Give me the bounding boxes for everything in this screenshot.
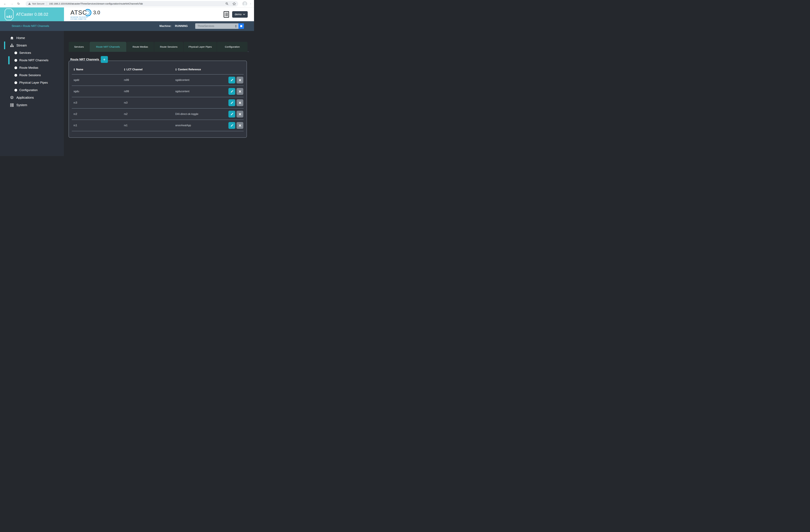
content-area: Services Route NRT Channels Route Medias…	[64, 31, 254, 156]
security-chip[interactable]: Not Secure	[28, 2, 44, 5]
table-row: sgdu rs99 sgducontent	[72, 86, 244, 97]
sidebar-item-configuration[interactable]: Configuration	[0, 86, 64, 94]
snt-logo: s&t	[4, 9, 14, 20]
svg-text:s&t: s&t	[6, 15, 12, 19]
list-icon	[224, 11, 229, 18]
zoom-icon[interactable]	[225, 2, 229, 5]
sidebar-item-route-sessions[interactable]: Route Sessions	[0, 71, 64, 79]
edit-button[interactable]	[228, 111, 235, 117]
delete-button[interactable]	[237, 122, 243, 129]
chevron-down-icon	[243, 14, 245, 15]
column-header-lct-channel[interactable]: LCT Channel	[124, 68, 175, 71]
atsc-word: ATSC	[70, 9, 87, 16]
delete-button[interactable]	[237, 77, 243, 83]
stop-machine-button[interactable]	[239, 23, 244, 29]
section-title: Route NRT Channels	[70, 58, 99, 61]
back-icon[interactable]: ←	[3, 2, 7, 6]
bookmark-star-icon[interactable]	[232, 2, 236, 5]
tab-label: Services	[74, 45, 84, 48]
atsc-caption-1: ADVANCED TELEVISION	[70, 16, 100, 18]
cell-lct-channel: rs99	[124, 79, 175, 81]
status-bar: Stream • Route NRT Channels Machine: RUN…	[0, 21, 254, 31]
log-list-button[interactable]	[223, 11, 229, 18]
sidebar-item-label: Services	[19, 51, 31, 54]
edit-button[interactable]	[228, 122, 235, 129]
x-icon	[239, 124, 241, 127]
cell-lct-channel: rs2	[124, 113, 175, 115]
machine-state: RUNNING	[175, 25, 188, 28]
tab-configuration[interactable]: Configuration	[217, 42, 247, 52]
bullet-icon	[14, 59, 17, 62]
sidebar-item-label: Physical Layer Pipes	[19, 81, 48, 84]
cube-icon	[10, 96, 14, 99]
home-icon	[10, 36, 14, 40]
user-menu-button[interactable]: demo	[232, 11, 248, 18]
atsc-logo: ATSC 3.0 ADVANCED TELEVISION SYSTEMS COM…	[70, 9, 100, 20]
delete-button[interactable]	[237, 111, 243, 117]
tab-services[interactable]: Services	[69, 42, 89, 52]
reload-icon[interactable]: ↻	[17, 2, 21, 6]
sitemap-icon	[10, 44, 14, 47]
tab-physical-layer-pipes[interactable]: Physical Layer Pipes	[183, 42, 217, 52]
tab-label: Route Medias	[132, 45, 148, 48]
cell-content-reference: sgducontent	[175, 90, 227, 93]
sidebar-item-home[interactable]: Home	[0, 34, 64, 42]
tab-route-nrt-channels[interactable]: Route NRT Channels	[90, 42, 126, 52]
table-header-row: Name LCT Channel Content Reference	[72, 65, 244, 75]
cell-content-reference: sgddcontent	[175, 79, 227, 81]
browser-menu-icon[interactable]	[250, 2, 251, 6]
edit-button[interactable]	[228, 99, 235, 106]
tab-route-medias[interactable]: Route Medias	[127, 42, 154, 52]
column-header-content-reference[interactable]: Content Reference	[175, 68, 227, 71]
route-nrt-channels-panel: Name LCT Channel Content Reference	[68, 61, 247, 138]
table-row: rc1 rs1 anonAeatApp	[72, 120, 244, 131]
table-row: rc3 rs3	[72, 97, 244, 109]
address-bar[interactable]: Not Secure 192.168.2.103:8160/atcaster/T…	[26, 1, 238, 6]
cell-name: rc3	[72, 101, 124, 104]
url-text: 192.168.2.103:8160/atcaster/ThreeService…	[49, 2, 223, 5]
omnibox-divider	[47, 2, 47, 5]
sidebar-item-services[interactable]: Services	[0, 49, 64, 57]
tab-label: Route NRT Channels	[96, 45, 120, 48]
sort-icon	[175, 68, 177, 71]
delete-button[interactable]	[237, 88, 243, 95]
sort-icon	[124, 68, 125, 71]
bullet-icon	[14, 81, 17, 84]
edit-button[interactable]	[228, 77, 235, 83]
stop-icon	[240, 25, 242, 27]
atsc-version: 3.0	[93, 10, 100, 16]
forward-icon[interactable]: →	[10, 2, 14, 6]
sidebar-item-route-medias[interactable]: Route Medias	[0, 64, 64, 71]
x-icon	[239, 90, 241, 93]
edit-button[interactable]	[228, 88, 235, 95]
pencil-icon	[230, 79, 233, 82]
delete-button[interactable]	[237, 99, 243, 106]
sidebar-item-system[interactable]: System	[0, 101, 64, 109]
sidebar-item-stream[interactable]: Stream	[0, 42, 64, 49]
sidebar-item-route-nrt-channels[interactable]: Route NRT Channels	[0, 57, 64, 64]
sidebar-item-physical-layer-pipes[interactable]: Physical Layer Pipes	[0, 79, 64, 86]
tabs-underline	[247, 42, 249, 52]
breadcrumb: Stream • Route NRT Channels	[12, 25, 49, 28]
add-channel-button[interactable]: +	[101, 56, 108, 63]
select-stepper-icon	[235, 25, 237, 28]
cell-content-reference: DAI-direct-ok-toggle	[175, 113, 227, 115]
sidebar-item-label: Route Sessions	[19, 74, 41, 77]
bullet-icon	[14, 66, 17, 69]
column-header-name[interactable]: Name	[72, 68, 124, 71]
atsc-swoosh-icon	[85, 9, 92, 17]
pencil-icon	[230, 90, 233, 93]
pencil-icon	[230, 124, 233, 127]
sidebar-item-label: Route Medias	[19, 66, 38, 69]
profile-avatar[interactable]	[242, 1, 247, 6]
cell-content-reference: anonAeatApp	[175, 124, 227, 127]
column-label: Name	[76, 68, 83, 71]
cell-name: rc1	[72, 124, 124, 127]
cell-name: sgdd	[72, 79, 124, 81]
tab-label: Route Sessions	[160, 45, 178, 48]
pencil-icon	[230, 101, 233, 104]
user-menu-label: demo	[235, 13, 242, 16]
sidebar-item-applications[interactable]: Applications	[0, 94, 64, 101]
preset-select[interactable]: ThreeServices	[195, 23, 239, 29]
tab-route-sessions[interactable]: Route Sessions	[154, 42, 183, 52]
